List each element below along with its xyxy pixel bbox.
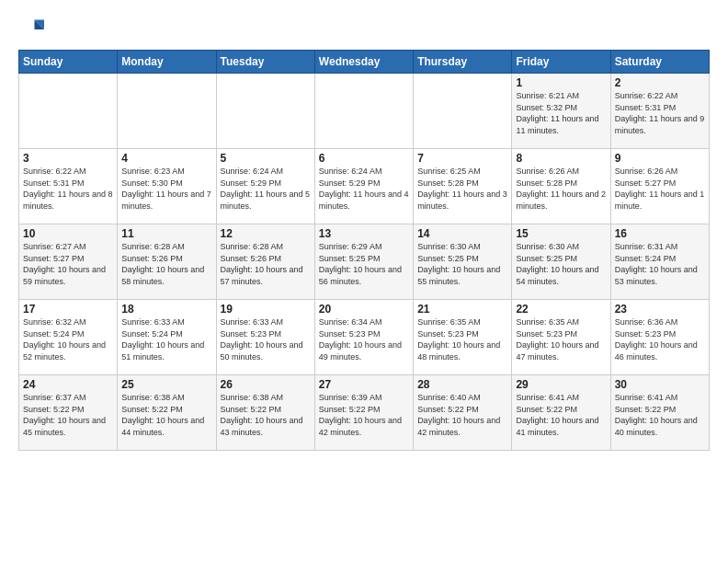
day-number: 4	[121, 152, 211, 165]
calendar-cell: 11Sunrise: 6:28 AM Sunset: 5:26 PM Dayli…	[118, 224, 216, 300]
day-number: 28	[417, 378, 507, 391]
weekday-header: Saturday	[610, 51, 709, 74]
day-info: Sunrise: 6:25 AM Sunset: 5:28 PM Dayligh…	[417, 166, 507, 212]
day-number: 8	[516, 152, 606, 165]
calendar-cell: 5Sunrise: 6:24 AM Sunset: 5:29 PM Daylig…	[216, 149, 314, 224]
day-info: Sunrise: 6:32 AM Sunset: 5:24 PM Dayligh…	[23, 316, 113, 362]
day-info: Sunrise: 6:36 AM Sunset: 5:23 PM Dayligh…	[615, 316, 705, 362]
day-number: 21	[417, 303, 507, 316]
calendar-cell	[19, 74, 118, 149]
calendar-cell: 21Sunrise: 6:35 AM Sunset: 5:23 PM Dayli…	[414, 300, 512, 375]
day-number: 16	[615, 227, 705, 240]
logo	[18, 17, 48, 42]
calendar-header: SundayMondayTuesdayWednesdayThursdayFrid…	[19, 51, 710, 74]
day-info: Sunrise: 6:40 AM Sunset: 5:22 PM Dayligh…	[417, 392, 507, 438]
day-number: 25	[121, 378, 211, 391]
calendar-cell: 23Sunrise: 6:36 AM Sunset: 5:23 PM Dayli…	[610, 300, 709, 375]
day-info: Sunrise: 6:39 AM Sunset: 5:22 PM Dayligh…	[319, 392, 409, 438]
weekday-header: Friday	[512, 51, 610, 74]
calendar-cell: 22Sunrise: 6:35 AM Sunset: 5:23 PM Dayli…	[512, 300, 610, 375]
calendar-cell	[414, 74, 512, 149]
calendar-cell	[314, 74, 413, 149]
calendar-cell: 15Sunrise: 6:30 AM Sunset: 5:25 PM Dayli…	[512, 224, 610, 300]
day-info: Sunrise: 6:41 AM Sunset: 5:22 PM Dayligh…	[615, 392, 705, 438]
day-number: 24	[23, 378, 113, 391]
day-number: 15	[516, 227, 606, 240]
day-number: 2	[615, 76, 705, 89]
day-info: Sunrise: 6:31 AM Sunset: 5:24 PM Dayligh…	[615, 241, 705, 287]
day-number: 10	[23, 227, 113, 240]
day-number: 14	[417, 227, 507, 240]
day-number: 11	[121, 227, 211, 240]
day-info: Sunrise: 6:35 AM Sunset: 5:23 PM Dayligh…	[516, 316, 606, 362]
day-number: 29	[516, 378, 606, 391]
day-info: Sunrise: 6:33 AM Sunset: 5:24 PM Dayligh…	[121, 316, 211, 362]
day-number: 9	[615, 152, 705, 165]
day-number: 30	[615, 378, 705, 391]
calendar-table: SundayMondayTuesdayWednesdayThursdayFrid…	[18, 50, 710, 451]
calendar-cell: 29Sunrise: 6:41 AM Sunset: 5:22 PM Dayli…	[512, 375, 610, 451]
calendar-cell: 12Sunrise: 6:28 AM Sunset: 5:26 PM Dayli…	[216, 224, 314, 300]
calendar-cell: 2Sunrise: 6:22 AM Sunset: 5:31 PM Daylig…	[610, 74, 709, 149]
weekday-header: Tuesday	[216, 51, 314, 74]
day-info: Sunrise: 6:37 AM Sunset: 5:22 PM Dayligh…	[23, 392, 113, 438]
weekday-header: Monday	[118, 51, 216, 74]
day-info: Sunrise: 6:24 AM Sunset: 5:29 PM Dayligh…	[221, 166, 311, 212]
calendar-cell: 16Sunrise: 6:31 AM Sunset: 5:24 PM Dayli…	[610, 224, 709, 300]
weekday-header: Sunday	[19, 51, 118, 74]
day-number: 27	[319, 378, 409, 391]
calendar-week-row: 17Sunrise: 6:32 AM Sunset: 5:24 PM Dayli…	[19, 300, 710, 375]
header	[18, 17, 710, 42]
day-info: Sunrise: 6:33 AM Sunset: 5:23 PM Dayligh…	[221, 316, 311, 362]
day-info: Sunrise: 6:27 AM Sunset: 5:27 PM Dayligh…	[23, 241, 113, 287]
day-number: 5	[221, 152, 311, 165]
day-number: 17	[23, 303, 113, 316]
calendar-cell: 1Sunrise: 6:21 AM Sunset: 5:32 PM Daylig…	[512, 74, 610, 149]
day-number: 20	[319, 303, 409, 316]
day-info: Sunrise: 6:41 AM Sunset: 5:22 PM Dayligh…	[516, 392, 606, 438]
day-info: Sunrise: 6:30 AM Sunset: 5:25 PM Dayligh…	[417, 241, 507, 287]
day-info: Sunrise: 6:21 AM Sunset: 5:32 PM Dayligh…	[516, 90, 606, 136]
calendar-body: 1Sunrise: 6:21 AM Sunset: 5:32 PM Daylig…	[19, 74, 710, 451]
day-info: Sunrise: 6:26 AM Sunset: 5:27 PM Dayligh…	[615, 166, 705, 212]
day-info: Sunrise: 6:35 AM Sunset: 5:23 PM Dayligh…	[417, 316, 507, 362]
calendar-cell: 24Sunrise: 6:37 AM Sunset: 5:22 PM Dayli…	[19, 375, 118, 451]
weekday-header: Wednesday	[314, 51, 413, 74]
day-number: 6	[319, 152, 409, 165]
calendar-week-row: 10Sunrise: 6:27 AM Sunset: 5:27 PM Dayli…	[19, 224, 710, 300]
calendar-cell: 3Sunrise: 6:22 AM Sunset: 5:31 PM Daylig…	[19, 149, 118, 224]
calendar-cell: 13Sunrise: 6:29 AM Sunset: 5:25 PM Dayli…	[314, 224, 413, 300]
calendar-cell: 26Sunrise: 6:38 AM Sunset: 5:22 PM Dayli…	[216, 375, 314, 451]
calendar-cell: 18Sunrise: 6:33 AM Sunset: 5:24 PM Dayli…	[118, 300, 216, 375]
calendar-cell: 28Sunrise: 6:40 AM Sunset: 5:22 PM Dayli…	[414, 375, 512, 451]
day-info: Sunrise: 6:22 AM Sunset: 5:31 PM Dayligh…	[615, 90, 705, 136]
day-info: Sunrise: 6:24 AM Sunset: 5:29 PM Dayligh…	[319, 166, 409, 212]
day-info: Sunrise: 6:28 AM Sunset: 5:26 PM Dayligh…	[121, 241, 211, 287]
calendar-cell: 10Sunrise: 6:27 AM Sunset: 5:27 PM Dayli…	[19, 224, 118, 300]
calendar-week-row: 1Sunrise: 6:21 AM Sunset: 5:32 PM Daylig…	[19, 74, 710, 149]
day-number: 1	[516, 76, 606, 89]
calendar-cell: 8Sunrise: 6:26 AM Sunset: 5:28 PM Daylig…	[512, 149, 610, 224]
day-info: Sunrise: 6:22 AM Sunset: 5:31 PM Dayligh…	[23, 166, 113, 212]
day-number: 13	[319, 227, 409, 240]
day-info: Sunrise: 6:28 AM Sunset: 5:26 PM Dayligh…	[221, 241, 311, 287]
calendar-cell: 7Sunrise: 6:25 AM Sunset: 5:28 PM Daylig…	[414, 149, 512, 224]
day-info: Sunrise: 6:26 AM Sunset: 5:28 PM Dayligh…	[516, 166, 606, 212]
day-info: Sunrise: 6:30 AM Sunset: 5:25 PM Dayligh…	[516, 241, 606, 287]
logo-icon	[18, 17, 44, 42]
day-number: 12	[221, 227, 311, 240]
day-info: Sunrise: 6:29 AM Sunset: 5:25 PM Dayligh…	[319, 241, 409, 287]
day-info: Sunrise: 6:38 AM Sunset: 5:22 PM Dayligh…	[221, 392, 311, 438]
day-info: Sunrise: 6:34 AM Sunset: 5:23 PM Dayligh…	[319, 316, 409, 362]
calendar-cell: 20Sunrise: 6:34 AM Sunset: 5:23 PM Dayli…	[314, 300, 413, 375]
calendar-cell: 4Sunrise: 6:23 AM Sunset: 5:30 PM Daylig…	[118, 149, 216, 224]
day-number: 19	[221, 303, 311, 316]
page: SundayMondayTuesdayWednesdayThursdayFrid…	[0, 0, 728, 563]
weekday-row: SundayMondayTuesdayWednesdayThursdayFrid…	[19, 51, 710, 74]
calendar-week-row: 24Sunrise: 6:37 AM Sunset: 5:22 PM Dayli…	[19, 375, 710, 451]
day-number: 3	[23, 152, 113, 165]
calendar-cell: 14Sunrise: 6:30 AM Sunset: 5:25 PM Dayli…	[414, 224, 512, 300]
day-number: 23	[615, 303, 705, 316]
day-number: 7	[417, 152, 507, 165]
day-info: Sunrise: 6:23 AM Sunset: 5:30 PM Dayligh…	[121, 166, 211, 212]
